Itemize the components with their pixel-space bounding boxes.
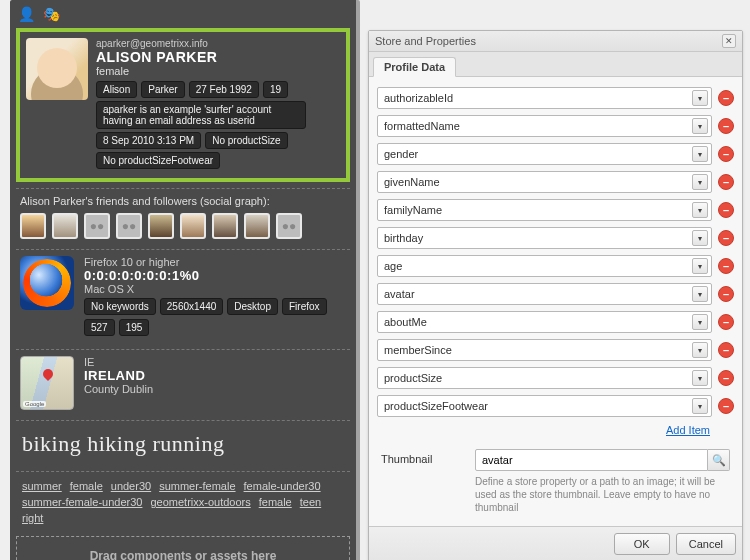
property-select[interactable]: memberSince▾ xyxy=(377,339,712,361)
property-select[interactable]: birthday▾ xyxy=(377,227,712,249)
segment-link[interactable]: female-under30 xyxy=(244,480,321,492)
friend-avatar[interactable] xyxy=(20,213,46,239)
chevron-down-icon[interactable]: ▾ xyxy=(692,146,708,162)
remove-property-button[interactable]: – xyxy=(718,90,734,106)
panel-top-icons: 👤 🎭 xyxy=(10,0,356,26)
chip-age: 19 xyxy=(263,81,288,98)
chevron-down-icon[interactable]: ▾ xyxy=(692,230,708,246)
property-name: familyName xyxy=(384,204,442,216)
remove-property-button[interactable]: – xyxy=(718,398,734,414)
remove-property-button[interactable]: – xyxy=(718,230,734,246)
chevron-down-icon[interactable]: ▾ xyxy=(692,398,708,414)
dialog-tabs: Profile Data xyxy=(369,52,742,77)
segment-link[interactable]: female xyxy=(70,480,103,492)
chevron-down-icon[interactable]: ▾ xyxy=(692,118,708,134)
friend-avatar[interactable] xyxy=(180,213,206,239)
property-select[interactable]: familyName▾ xyxy=(377,199,712,221)
property-select[interactable]: authorizableId▾ xyxy=(377,87,712,109)
property-select[interactable]: gender▾ xyxy=(377,143,712,165)
chevron-down-icon[interactable]: ▾ xyxy=(692,286,708,302)
friend-avatar[interactable] xyxy=(212,213,238,239)
property-row: age▾– xyxy=(377,255,734,277)
property-name: givenName xyxy=(384,176,440,188)
friend-placeholder[interactable]: ●● xyxy=(84,213,110,239)
friend-avatar[interactable] xyxy=(52,213,78,239)
property-row: memberSince▾– xyxy=(377,339,734,361)
property-name: age xyxy=(384,260,402,272)
ip-address: 0:0:0:0:0:0:0:1%0 xyxy=(84,268,346,283)
chevron-down-icon[interactable]: ▾ xyxy=(692,370,708,386)
chevron-down-icon[interactable]: ▾ xyxy=(692,90,708,106)
profile-info: aparker@geometrixx.info ALISON PARKER fe… xyxy=(96,38,340,172)
close-icon[interactable]: ✕ xyxy=(722,34,736,48)
segment-link[interactable]: right xyxy=(22,512,43,524)
property-name: birthday xyxy=(384,232,423,244)
chevron-down-icon[interactable]: ▾ xyxy=(692,342,708,358)
segment-link[interactable]: summer-female-under30 xyxy=(22,496,142,508)
property-row: productSize▾– xyxy=(377,367,734,389)
remove-property-button[interactable]: – xyxy=(718,314,734,330)
segment-link[interactable]: summer-female xyxy=(159,480,235,492)
profile-chips-row2: 8 Sep 2010 3:13 PM No productSize xyxy=(96,132,340,149)
thumbnail-row: Thumbnail 🔍 Define a store property or a… xyxy=(377,447,734,522)
user-icon[interactable]: 👤 xyxy=(18,6,35,22)
segment-links: summer female under30 summer-female fema… xyxy=(20,478,346,526)
property-select[interactable]: productSize▾ xyxy=(377,367,712,389)
segment-link[interactable]: summer xyxy=(22,480,62,492)
segment-link[interactable]: female xyxy=(259,496,292,508)
chevron-down-icon[interactable]: ▾ xyxy=(692,258,708,274)
property-select[interactable]: productSizeFootwear▾ xyxy=(377,395,712,417)
profile-name: ALISON PARKER xyxy=(96,49,340,65)
remove-property-button[interactable]: – xyxy=(718,342,734,358)
country-code: IE xyxy=(84,356,346,368)
search-icon[interactable]: 🔍 xyxy=(708,449,730,471)
chip-num2: 195 xyxy=(119,319,150,336)
chip-member-since: 8 Sep 2010 3:13 PM xyxy=(96,132,201,149)
segment-link[interactable]: geometrixx-outdoors xyxy=(150,496,250,508)
profile-avatar xyxy=(26,38,88,100)
add-item-link[interactable]: Add Item xyxy=(666,424,710,436)
component-dropzone[interactable]: Drag components or assets here xyxy=(16,536,350,560)
mask-icon[interactable]: 🎭 xyxy=(43,6,60,22)
thumbnail-label: Thumbnail xyxy=(381,449,467,465)
profile-chips-row3: No productSizeFootwear xyxy=(96,152,340,169)
remove-property-button[interactable]: – xyxy=(718,146,734,162)
property-row: givenName▾– xyxy=(377,171,734,193)
ok-button[interactable]: OK xyxy=(614,533,670,555)
thumbnail-input[interactable] xyxy=(475,449,708,471)
cancel-button[interactable]: Cancel xyxy=(676,533,736,555)
segment-link[interactable]: under30 xyxy=(111,480,151,492)
friends-section: Alison Parker's friends and followers (s… xyxy=(16,188,350,243)
friend-placeholder[interactable]: ●● xyxy=(116,213,142,239)
property-name: memberSince xyxy=(384,344,452,356)
property-select[interactable]: avatar▾ xyxy=(377,283,712,305)
property-row: gender▾– xyxy=(377,143,734,165)
chip-resolution: 2560x1440 xyxy=(160,298,224,315)
chevron-down-icon[interactable]: ▾ xyxy=(692,202,708,218)
dialog-body: authorizableId▾–formattedName▾–gender▾–g… xyxy=(369,77,742,526)
property-select[interactable]: givenName▾ xyxy=(377,171,712,193)
tech-chips: No keywords 2560x1440 Desktop Firefox 52… xyxy=(84,298,346,336)
property-select[interactable]: aboutMe▾ xyxy=(377,311,712,333)
remove-property-button[interactable]: – xyxy=(718,174,734,190)
tab-profile-data[interactable]: Profile Data xyxy=(373,57,456,77)
dialog-title: Store and Properties xyxy=(375,35,476,47)
property-name: aboutMe xyxy=(384,316,427,328)
thumbnail-help: Define a store property or a path to an … xyxy=(475,475,730,514)
property-row: formattedName▾– xyxy=(377,115,734,137)
remove-property-button[interactable]: – xyxy=(718,258,734,274)
remove-property-button[interactable]: – xyxy=(718,286,734,302)
profile-about-chip-row: aparker is an example 'surfer' account h… xyxy=(96,101,340,129)
chevron-down-icon[interactable]: ▾ xyxy=(692,314,708,330)
segment-link[interactable]: teen xyxy=(300,496,321,508)
remove-property-button[interactable]: – xyxy=(718,202,734,218)
remove-property-button[interactable]: – xyxy=(718,370,734,386)
friend-placeholder[interactable]: ●● xyxy=(276,213,302,239)
remove-property-button[interactable]: – xyxy=(718,118,734,134)
property-select[interactable]: formattedName▾ xyxy=(377,115,712,137)
property-select[interactable]: age▾ xyxy=(377,255,712,277)
friend-avatar[interactable] xyxy=(244,213,270,239)
chevron-down-icon[interactable]: ▾ xyxy=(692,174,708,190)
friend-avatar[interactable] xyxy=(148,213,174,239)
property-row: birthday▾– xyxy=(377,227,734,249)
